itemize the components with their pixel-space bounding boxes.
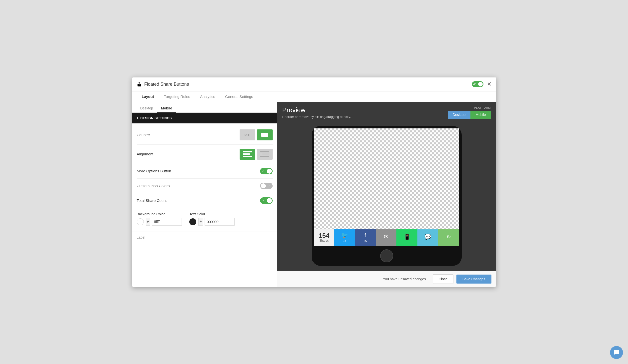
align-bar-3 (243, 156, 252, 157)
toggle-x-icon: ✕ (268, 184, 271, 187)
tab-analytics[interactable]: Analytics (195, 91, 220, 102)
hash-symbol-bg: # (146, 218, 150, 226)
color-section: Background Color # Text Color # (137, 208, 273, 230)
chat-icon (613, 350, 619, 356)
align-left-button[interactable] (240, 149, 255, 160)
more-options-row: More Options Button ✓ (137, 164, 273, 179)
background-color-label: Background Color (137, 212, 182, 216)
settings-body: Counter OFF Alignment (132, 123, 277, 232)
share-btn-twitter[interactable]: 🐦 98 (334, 229, 355, 246)
save-changes-button[interactable]: Save Changes (456, 275, 491, 284)
tab-general-settings[interactable]: General Settings (220, 91, 258, 102)
text-color-input-row: # (189, 218, 235, 226)
share-btn-more[interactable]: ↻ (438, 229, 459, 246)
share-btn-whatsapp[interactable]: 📱 (396, 229, 417, 246)
background-color-swatch[interactable] (137, 218, 144, 225)
label-row: Label (132, 232, 277, 243)
left-panel: Desktop Mobile ▾ DESIGN SETTINGS Counter… (132, 102, 277, 287)
total-share-count-row: Total Share Count ✓ (137, 193, 273, 208)
counter-on-icon (261, 133, 268, 137)
align-right-icon (260, 151, 269, 157)
home-button[interactable] (380, 249, 393, 262)
phone-bottom (312, 246, 462, 266)
counter-row: Counter OFF (137, 125, 273, 145)
custom-icon-colors-toggle[interactable]: ✕ (260, 183, 273, 189)
align-right-button[interactable] (257, 149, 273, 160)
sub-tab-bar: Desktop Mobile (132, 102, 277, 113)
chevron-down-icon: ▾ (137, 116, 139, 120)
hash-symbol-text: # (198, 218, 203, 226)
alignment-row: Alignment (137, 145, 273, 164)
close-window-button[interactable]: ✕ (487, 81, 491, 87)
facebook-count: 56 (364, 239, 367, 242)
share-btn-facebook[interactable]: f 56 (355, 229, 376, 246)
total-share-count-control: ✓ (260, 197, 273, 204)
background-color-field: Background Color # (137, 212, 182, 226)
alignment-label: Alignment (137, 152, 240, 156)
share-bar: 154 Shares 🐦 98 (314, 229, 459, 246)
total-share-count-toggle[interactable]: ✓ (260, 197, 273, 204)
platform-desktop-button[interactable]: Desktop (448, 111, 470, 119)
align-bar-b (262, 153, 269, 155)
design-settings-header[interactable]: ▾ DESIGN SETTINGS (132, 113, 277, 123)
align-bar-c (260, 156, 269, 157)
preview-panel: Preview Reorder or remove by clicking/dr… (277, 102, 496, 287)
close-changes-button[interactable]: Close (433, 274, 453, 284)
more-options-toggle[interactable]: ✓ (260, 168, 273, 174)
align-bar-a (260, 151, 269, 152)
chat-bubble-button[interactable] (610, 346, 623, 359)
toggle-knob-2 (267, 198, 272, 203)
preview-area: 154 Shares 🐦 98 (277, 121, 496, 271)
header-left: Floated Share Buttons (137, 82, 189, 87)
unsaved-changes-text: You have unsaved changes (282, 277, 426, 281)
text-color-input[interactable] (205, 218, 235, 226)
sub-tab-mobile[interactable]: Mobile (157, 104, 176, 113)
main-enabled-toggle[interactable]: ✓ (472, 81, 483, 87)
share-btn-email[interactable]: ✉ (376, 229, 396, 246)
toggle-knob-off (261, 183, 266, 188)
background-color-input[interactable] (152, 218, 182, 226)
more-options-label: More Options Button (137, 169, 260, 173)
platform-mobile-button[interactable]: Mobile (470, 111, 491, 119)
main-content: Desktop Mobile ▾ DESIGN SETTINGS Counter… (132, 102, 496, 287)
counter-off-button[interactable]: OFF (240, 129, 255, 140)
custom-icon-colors-control: ✕ (260, 183, 273, 189)
share-icon (137, 82, 142, 87)
more-icon: ↻ (446, 234, 451, 240)
email-icon: ✉ (384, 234, 388, 240)
sub-tab-desktop[interactable]: Desktop (136, 104, 157, 113)
custom-icon-colors-row: Custom Icon Colors ✕ (137, 179, 273, 193)
share-buttons-row: 🐦 98 f 56 ✉ (334, 229, 459, 246)
platform-toggle: PLATFORM Desktop Mobile (448, 106, 491, 119)
share-count-box: 154 Shares (314, 229, 334, 246)
whatsapp-icon: 📱 (404, 234, 410, 240)
toggle-check-icon-2: ✓ (262, 199, 264, 202)
toggle-check-icon: ✓ (262, 169, 264, 173)
app-header: Floated Share Buttons ✓ ✕ (132, 77, 496, 91)
preview-subtitle: Reorder or remove by clicking/dragging d… (282, 115, 351, 119)
counter-on-button[interactable] (257, 129, 273, 140)
tab-targeting-rules[interactable]: Targeting Rules (159, 91, 195, 102)
twitter-icon: 🐦 (341, 232, 348, 239)
toggle-knob (267, 169, 272, 174)
share-btn-sms[interactable]: 💬 (417, 229, 438, 246)
text-color-swatch[interactable] (189, 218, 196, 225)
header-right: ✓ ✕ (472, 81, 491, 87)
label-text: Label (137, 235, 145, 239)
align-bar-2 (243, 153, 250, 155)
sms-icon: 💬 (424, 234, 431, 240)
platform-label: PLATFORM (474, 106, 491, 109)
share-count-label: Shares (319, 239, 329, 242)
tab-layout[interactable]: Layout (137, 91, 159, 102)
tab-bar: Layout Targeting Rules Analytics General… (132, 91, 496, 102)
preview-title-area: Preview Reorder or remove by clicking/dr… (282, 106, 351, 119)
phone-screen: 154 Shares 🐦 98 (314, 128, 459, 246)
alignment-control (240, 149, 273, 160)
share-count-number: 154 (319, 232, 329, 239)
custom-icon-colors-label: Custom Icon Colors (137, 184, 260, 188)
counter-control: OFF (240, 129, 273, 140)
more-options-control: ✓ (260, 168, 273, 174)
preview-title: Preview (282, 106, 351, 114)
bottom-bar: You have unsaved changes Close Save Chan… (277, 271, 496, 287)
align-left-icon (243, 151, 252, 157)
